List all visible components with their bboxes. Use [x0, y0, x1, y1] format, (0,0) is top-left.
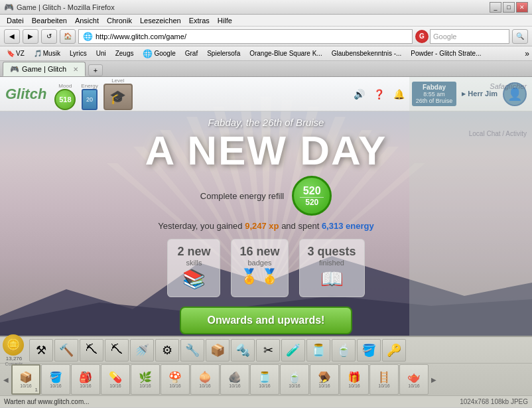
quests-icon: 📖	[308, 268, 356, 290]
tool-4[interactable]: ⛏	[105, 339, 129, 362]
search-bar[interactable]: Google	[430, 29, 509, 44]
tool-12[interactable]: 🫙	[306, 339, 330, 362]
tab-bar: 🎮 Game | Glitch ✕ +	[0, 61, 532, 77]
tool-8[interactable]: 📦	[206, 339, 230, 362]
tool-2[interactable]: 🔨	[54, 339, 78, 362]
slot-icon: 🪣	[49, 371, 62, 383]
bookmark-vz[interactable]: 🔖 VZ	[3, 48, 29, 58]
forward-button[interactable]: ▶	[23, 29, 38, 44]
badge-icon-2: 🥇	[261, 268, 279, 285]
inv-slot-6[interactable]: 🧅 10/16	[190, 364, 220, 395]
inv-slot-7[interactable]: 🪨 10/16	[220, 364, 249, 395]
hud-stats: Mood 518 Energy 20 Level 🎓	[54, 78, 132, 110]
bookmark-lyrics[interactable]: Lyrics	[66, 48, 91, 58]
bookmark-powder[interactable]: Powder - Glitch Strate...	[407, 48, 485, 58]
mute-button[interactable]: 🔊	[352, 87, 367, 102]
quests-label: finished	[308, 259, 356, 267]
bottom-toolbar: 🪙 13,276 Currants ⚒ 🔨 ⛏ ⛏ 🚿 ⚙ 🔧 📦 🔩 ✂ 🧪 …	[0, 336, 532, 395]
notification-button[interactable]: 🔔	[392, 87, 407, 102]
onwards-button[interactable]: Onwards and upwards!	[180, 306, 353, 334]
menu-datei[interactable]: Datei	[3, 17, 28, 25]
inv-slot-13[interactable]: 🫖 10/16	[399, 364, 429, 395]
inv-slot-0[interactable]: 📦 1 10/16	[11, 364, 40, 395]
tool-10[interactable]: ✂	[256, 339, 280, 362]
menu-bearbeiten[interactable]: Bearbeiten	[28, 17, 71, 25]
tab-game[interactable]: 🎮 Game | Glitch ✕	[3, 62, 86, 76]
inv-slot-1[interactable]: 🪣 10/16	[41, 364, 70, 395]
inv-slot-3[interactable]: 💊 10/16	[101, 364, 130, 395]
energy-spent: 6,313 energy	[322, 221, 374, 231]
inv-slot-12[interactable]: 🪜 10/16	[369, 364, 399, 395]
energy-refill-row: Complete energy refill 520 520	[200, 176, 332, 216]
close-button[interactable]: ✕	[516, 2, 528, 13]
energy-max: 520	[305, 198, 318, 206]
slot-label: 10/16	[199, 383, 211, 388]
inv-scroll-right[interactable]: ▶	[429, 364, 438, 395]
home-button[interactable]: 🏠	[60, 29, 76, 44]
search-button[interactable]: 🔍	[512, 29, 528, 44]
bookmark-graf[interactable]: Graf	[181, 48, 202, 58]
tool-13[interactable]: 🍵	[332, 339, 356, 362]
skills-label: skills	[176, 259, 212, 267]
bookmark-uni[interactable]: Uni	[92, 48, 110, 58]
level-avatar: 🎓	[103, 84, 133, 110]
bookmarks-more[interactable]: »	[525, 49, 529, 58]
reload-button[interactable]: ↺	[41, 29, 57, 44]
badges-count: 16 new	[239, 245, 279, 259]
menu-lesezeichen[interactable]: Lesezeichen	[136, 17, 185, 25]
tool-5[interactable]: 🚿	[130, 339, 154, 362]
tool-14[interactable]: 🪣	[357, 339, 381, 362]
help-button[interactable]: ❓	[372, 87, 387, 102]
back-button[interactable]: ◀	[4, 29, 20, 44]
tab-close-icon[interactable]: ✕	[73, 66, 78, 73]
menu-hilfe[interactable]: Hilfe	[214, 17, 236, 25]
inv-slot-4[interactable]: 🌿 10/16	[131, 364, 160, 395]
inv-slot-8[interactable]: 🫙 10/16	[250, 364, 279, 395]
slot-label: 10/16	[348, 383, 360, 388]
menu-chronik[interactable]: Chronik	[103, 17, 136, 25]
bookmark-zeugs[interactable]: Zeugs	[111, 48, 138, 58]
tool-6[interactable]: ⚙	[155, 339, 179, 362]
minimize-button[interactable]: _	[490, 2, 501, 13]
tool-15[interactable]: 🔑	[382, 339, 406, 362]
bookmark-spielersofa[interactable]: Spielersofa	[203, 48, 244, 58]
currants-amount: 13,276	[6, 356, 22, 362]
game-content: Glitch Mood 518 Energy 20 Level 🎓	[0, 77, 532, 336]
inv-slot-2[interactable]: 🎒 10/16	[71, 364, 100, 395]
quests-count: 3 quests	[308, 245, 356, 259]
glitch-logo: Glitch	[5, 86, 46, 103]
bookmark-orange[interactable]: Orange-Blue Square K...	[245, 48, 326, 58]
bookmark-google[interactable]: 🌐 Google	[139, 48, 179, 60]
slot-label: 10/16	[318, 383, 330, 388]
tool-1[interactable]: ⚒	[29, 339, 53, 362]
maximize-button[interactable]: □	[503, 2, 515, 13]
menubar: Datei Bearbeiten Ansicht Chronik Lesezei…	[0, 15, 532, 27]
slot-label: 10/16	[229, 383, 241, 388]
menu-ansicht[interactable]: Ansicht	[71, 17, 103, 25]
bookmark-musik[interactable]: 🎵 Musik	[30, 48, 64, 58]
mood-label: Mood	[58, 83, 72, 89]
slot-label: 10/16	[378, 383, 390, 388]
address-bar[interactable]: 🌐 http://www.glitch.com/game/	[78, 29, 413, 44]
new-tab-button[interactable]: +	[88, 64, 103, 76]
inv-slot-11[interactable]: 🎁 10/16	[340, 364, 369, 395]
tool-11[interactable]: 🧪	[281, 339, 305, 362]
badge-icons: 🏅 🥇	[239, 268, 279, 285]
bookmark-glaubens[interactable]: Glaubensbekenntnis -...	[328, 48, 406, 58]
address-text: http://www.glitch.com/game/	[96, 33, 186, 40]
slot-label: 10/16	[109, 383, 121, 388]
tool-9[interactable]: 🔩	[231, 339, 255, 362]
tool-3[interactable]: ⛏	[80, 339, 103, 362]
slot-icon: 📦	[19, 371, 33, 383]
inv-slot-5[interactable]: 🍄 10/16	[161, 364, 190, 395]
badges-label: badges	[239, 259, 279, 267]
inv-slot-9[interactable]: 🍵 10/16	[280, 364, 309, 395]
slot-icon: 🧅	[198, 371, 212, 383]
toolbar: ◀ ▶ ↺ 🏠 🌐 http://www.glitch.com/game/ G …	[0, 27, 532, 46]
currants-group: 🪙 13,276 Currants	[3, 334, 25, 366]
menu-extras[interactable]: Extras	[185, 17, 214, 25]
inv-scroll-left[interactable]: ◀	[1, 364, 11, 395]
tool-7[interactable]: 🔧	[180, 339, 204, 362]
inv-slot-10[interactable]: 🪤 10/16	[310, 364, 339, 395]
slot-icon: 🌿	[139, 371, 152, 383]
